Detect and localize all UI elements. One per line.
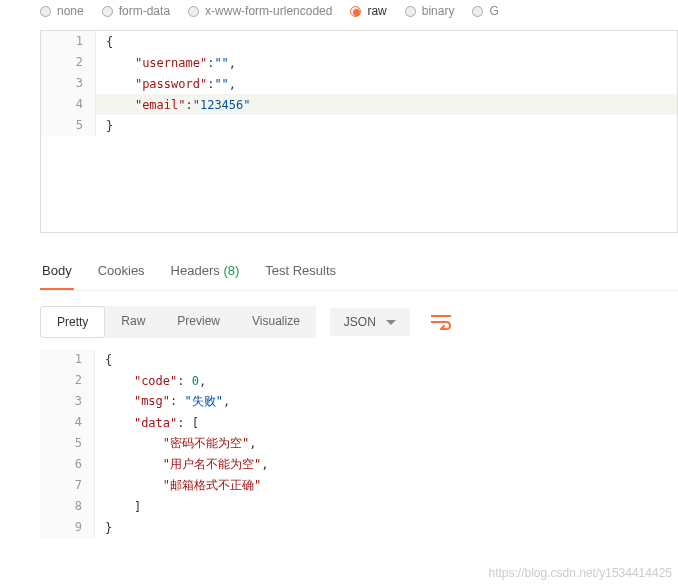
line-number: 4 bbox=[41, 94, 96, 115]
view-visualize[interactable]: Visualize bbox=[236, 306, 316, 338]
view-preview[interactable]: Preview bbox=[161, 306, 236, 338]
line-number: 3 bbox=[41, 73, 96, 94]
view-pretty[interactable]: Pretty bbox=[40, 306, 105, 338]
line-number: 2 bbox=[41, 52, 96, 73]
line-number: 1 bbox=[41, 31, 96, 52]
code-line: "email":"123456" bbox=[96, 98, 251, 112]
code-line: "用户名不能为空", bbox=[95, 456, 268, 473]
code-line: } bbox=[96, 119, 113, 133]
wrap-lines-button[interactable] bbox=[424, 305, 458, 339]
format-label: JSON bbox=[344, 315, 376, 329]
view-mode-tabs: Pretty Raw Preview Visualize bbox=[40, 306, 316, 338]
body-type-selector: none form-data x-www-form-urlencoded raw… bbox=[0, 0, 678, 26]
line-number: 6 bbox=[40, 454, 95, 475]
radio-icon bbox=[472, 6, 483, 17]
tab-headers-label: Headers bbox=[171, 263, 220, 278]
radio-icon bbox=[350, 6, 361, 17]
code-line: "密码不能为空", bbox=[95, 435, 256, 452]
line-number: 5 bbox=[41, 115, 96, 136]
headers-count: (8) bbox=[223, 263, 239, 278]
code-line: } bbox=[95, 521, 112, 535]
radio-binary[interactable]: binary bbox=[405, 4, 455, 18]
radio-urlencoded[interactable]: x-www-form-urlencoded bbox=[188, 4, 332, 18]
code-line: { bbox=[96, 35, 113, 49]
code-line: "data": [ bbox=[95, 416, 199, 430]
tab-headers[interactable]: Headers (8) bbox=[169, 257, 242, 290]
radio-label: none bbox=[57, 4, 84, 18]
response-view-controls: Pretty Raw Preview Visualize JSON bbox=[40, 305, 678, 339]
response-body-editor[interactable]: 1{ 2 "code": 0, 3 "msg": "失败", 4 "data":… bbox=[40, 349, 678, 538]
tab-body[interactable]: Body bbox=[40, 257, 74, 290]
radio-label: form-data bbox=[119, 4, 170, 18]
radio-raw[interactable]: raw bbox=[350, 4, 386, 18]
chevron-down-icon bbox=[386, 320, 396, 325]
line-number: 7 bbox=[40, 475, 95, 496]
radio-form-data[interactable]: form-data bbox=[102, 4, 170, 18]
radio-label: G bbox=[489, 4, 498, 18]
line-number: 8 bbox=[40, 496, 95, 517]
code-line: "code": 0, bbox=[95, 374, 206, 388]
radio-label: binary bbox=[422, 4, 455, 18]
line-number: 9 bbox=[40, 517, 95, 538]
line-number: 2 bbox=[40, 370, 95, 391]
request-body-editor[interactable]: 1{ 2 "username":"", 3 "password":"", 4 "… bbox=[40, 30, 678, 233]
code-line: ] bbox=[95, 500, 141, 514]
view-raw[interactable]: Raw bbox=[105, 306, 161, 338]
watermark: https://blog.csdn.net/y1534414425 bbox=[489, 566, 672, 580]
code-line: "password":"", bbox=[96, 77, 236, 91]
radio-icon bbox=[40, 6, 51, 17]
wrap-icon bbox=[431, 314, 451, 330]
tab-test-results[interactable]: Test Results bbox=[263, 257, 338, 290]
code-line: "msg": "失败", bbox=[95, 393, 230, 410]
line-number: 4 bbox=[40, 412, 95, 433]
radio-icon bbox=[188, 6, 199, 17]
line-number: 1 bbox=[40, 349, 95, 370]
response-tabs: Body Cookies Headers (8) Test Results bbox=[40, 257, 678, 291]
radio-icon bbox=[102, 6, 113, 17]
format-dropdown[interactable]: JSON bbox=[330, 308, 410, 336]
radio-label: raw bbox=[367, 4, 386, 18]
code-line: "邮箱格式不正确" bbox=[95, 477, 261, 494]
code-line: { bbox=[95, 353, 112, 367]
line-number: 3 bbox=[40, 391, 95, 412]
radio-none[interactable]: none bbox=[40, 4, 84, 18]
tab-cookies[interactable]: Cookies bbox=[96, 257, 147, 290]
line-number: 5 bbox=[40, 433, 95, 454]
radio-icon bbox=[405, 6, 416, 17]
radio-graphql[interactable]: G bbox=[472, 4, 498, 18]
radio-label: x-www-form-urlencoded bbox=[205, 4, 332, 18]
code-line: "username":"", bbox=[96, 56, 236, 70]
